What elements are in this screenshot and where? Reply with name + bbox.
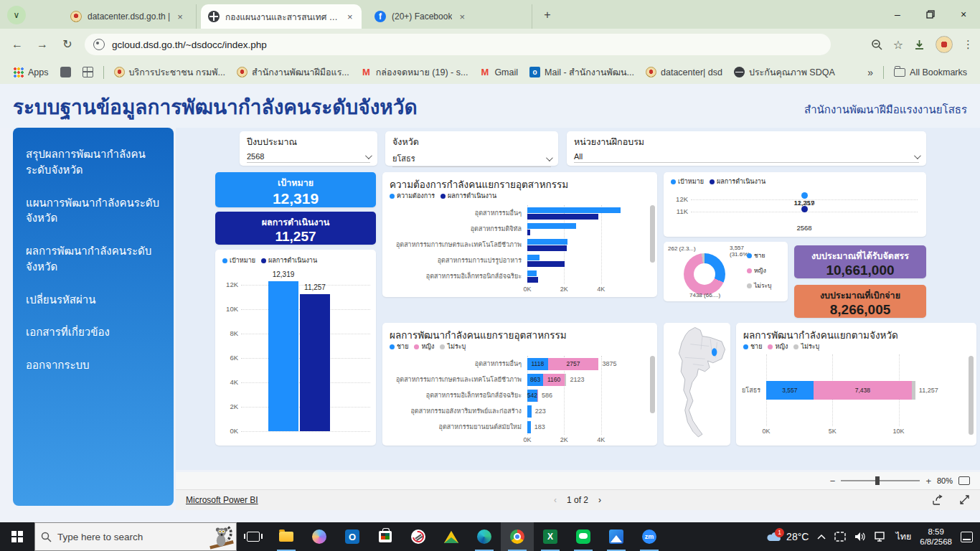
x-axis-tick: 2K bbox=[555, 286, 573, 293]
browser-menu-icon[interactable]: ⋮ bbox=[963, 38, 974, 51]
hrow: อุตสาหกรรมอสังหาริมทรัพย์และก่อสร้าง223 bbox=[390, 403, 648, 419]
zoom-minus-icon[interactable]: − bbox=[830, 476, 836, 486]
sidebar-item-5[interactable]: เอกสารที่เกี่ยวข้อง bbox=[13, 316, 174, 349]
y-axis-tick: 12K bbox=[668, 195, 688, 203]
y-axis-tick: 0K bbox=[218, 427, 238, 435]
bookmark-item[interactable]: datacenter| dsd bbox=[640, 67, 728, 77]
tab-close-icon[interactable]: × bbox=[177, 11, 183, 22]
snip-tool-button[interactable] bbox=[402, 522, 435, 551]
bookmark-item[interactable]: oMail - สำนักงานพัฒน... bbox=[524, 65, 640, 80]
province-dropdown[interactable]: ยโสธร bbox=[392, 152, 551, 167]
zoom-slider[interactable] bbox=[841, 480, 920, 481]
screen-clip-icon[interactable] bbox=[834, 532, 846, 542]
browser-tab-1[interactable]: datacenter.dsd.go.th | × bbox=[63, 4, 197, 29]
prev-page-icon[interactable]: ‹ bbox=[554, 495, 557, 505]
chrome-button-active[interactable] bbox=[501, 522, 534, 551]
bookmark-item[interactable]: MGmail bbox=[473, 67, 524, 77]
chart-legend: ชายหญิงไม่ระบุ bbox=[747, 250, 777, 296]
minimize-button[interactable]: – bbox=[881, 0, 914, 29]
sidebar-item-2[interactable]: แผนการพัฒนากำลังคนระดับจังหวัด bbox=[13, 187, 174, 235]
pbi-zoom-bar: − + 80% bbox=[176, 472, 980, 489]
kpi-budget-spent: งบประมาณที่เบิกจ่าย 8,266,005 bbox=[794, 285, 926, 318]
tray-expand-icon[interactable] bbox=[817, 534, 826, 540]
bookmark-item[interactable]: Apps bbox=[7, 67, 55, 77]
restore-button[interactable] bbox=[914, 0, 947, 29]
browser-tab-2-active[interactable]: กองแผนงานและสารสนเทศ กรมพัฒน... × bbox=[201, 4, 362, 29]
gmail-icon: M bbox=[479, 67, 490, 77]
edge-button[interactable] bbox=[468, 522, 501, 551]
zoom-slider-thumb[interactable] bbox=[875, 476, 880, 485]
chart-scrollbar[interactable] bbox=[650, 356, 655, 413]
task-view-button[interactable] bbox=[237, 522, 270, 551]
zoom-out-icon[interactable] bbox=[871, 39, 883, 51]
copilot-button[interactable] bbox=[303, 522, 336, 551]
outlook-button[interactable]: O bbox=[336, 522, 369, 551]
url-bar[interactable]: gcloud.dsd.go.th/~dsdocc/index.php bbox=[85, 34, 831, 55]
bar bbox=[300, 294, 330, 431]
divider bbox=[883, 66, 884, 79]
volume-icon[interactable] bbox=[854, 532, 866, 542]
language-indicator[interactable]: ไทย bbox=[895, 529, 911, 544]
training-unit-dropdown[interactable]: All bbox=[574, 152, 919, 163]
bookmark-item[interactable]: สำนักงานพัฒนาฝีมือแร... bbox=[231, 65, 355, 80]
chart-scrollbar[interactable] bbox=[969, 356, 974, 435]
powerbi-brand-link[interactable]: Microsoft Power BI bbox=[186, 495, 258, 505]
fit-to-page-icon[interactable] bbox=[958, 476, 970, 485]
close-window-button[interactable]: × bbox=[947, 0, 980, 29]
profile-avatar[interactable] bbox=[936, 36, 953, 53]
notification-center-icon[interactable] bbox=[961, 532, 973, 542]
bookmark-star-icon[interactable]: ☆ bbox=[893, 38, 903, 52]
tab-close-icon[interactable]: × bbox=[459, 11, 465, 22]
fullscreen-icon[interactable] bbox=[959, 494, 970, 505]
bookmark-item[interactable]: ประกันคุณภาพ SDQA bbox=[728, 65, 841, 80]
bookmark-item[interactable] bbox=[77, 67, 99, 77]
sidebar-item-6[interactable]: ออกจากระบบ bbox=[13, 349, 174, 382]
excel-button[interactable]: X bbox=[534, 522, 567, 551]
y-axis-tick: 11K bbox=[668, 207, 688, 215]
x-axis-tick: 4K bbox=[593, 436, 610, 443]
htrack: 183 bbox=[527, 419, 638, 435]
bookmark-item[interactable] bbox=[55, 67, 77, 77]
ms-store-button[interactable] bbox=[369, 522, 402, 551]
refresh-icon[interactable]: ↻ bbox=[57, 34, 77, 55]
start-button[interactable] bbox=[0, 522, 34, 551]
excel-icon: X bbox=[543, 529, 557, 544]
bookmark-label: Mail - สำนักงานพัฒน... bbox=[545, 65, 634, 80]
line-button[interactable] bbox=[567, 522, 600, 551]
download-icon[interactable] bbox=[913, 39, 925, 51]
back-icon[interactable]: ← bbox=[7, 34, 27, 55]
site-info-icon[interactable] bbox=[93, 39, 105, 50]
sidebar-item-3[interactable]: ผลการพัฒนากำลังคนระดับจังหวัด bbox=[13, 235, 174, 283]
chevron-down-icon bbox=[914, 152, 921, 159]
fiscal-year-dropdown[interactable]: 2568 bbox=[247, 152, 370, 163]
tab-search-chevron-icon[interactable]: ∨ bbox=[7, 6, 26, 24]
browser-tab-3[interactable]: f (20+) Facebook × bbox=[367, 4, 532, 29]
thailand-map[interactable] bbox=[664, 323, 730, 446]
network-icon[interactable] bbox=[875, 532, 887, 542]
tab-close-icon[interactable]: × bbox=[347, 11, 353, 22]
next-page-icon[interactable]: › bbox=[598, 495, 601, 505]
htrack: 111827573875 bbox=[527, 356, 638, 372]
zoom-app-button[interactable]: zm bbox=[633, 522, 666, 551]
stacked-segment bbox=[565, 374, 567, 386]
bookmark-item[interactable]: บริการประชาชน กรมพั... bbox=[108, 65, 232, 80]
zoom-plus-icon[interactable]: + bbox=[925, 476, 931, 486]
taskbar-search-box[interactable]: Type here to search bbox=[34, 522, 237, 551]
donut-ring bbox=[684, 253, 725, 295]
new-tab-button[interactable]: + bbox=[540, 7, 555, 23]
forward-icon[interactable]: → bbox=[32, 34, 52, 55]
map-highlight-yasothon bbox=[712, 348, 717, 356]
photos-button[interactable] bbox=[600, 522, 633, 551]
file-explorer-button[interactable] bbox=[270, 522, 303, 551]
all-bookmarks-button[interactable]: All Bookmarks bbox=[888, 67, 973, 77]
weather-widget[interactable]: 1 28°C bbox=[766, 531, 809, 542]
bookmark-item[interactable]: Mกล่องจดหมาย (19) - s... bbox=[355, 65, 474, 80]
sidebar-item-4[interactable]: เปลี่ยนรหัสผ่าน bbox=[13, 283, 174, 316]
sidebar-item-1[interactable]: สรุปผลการพัฒนากำลังคนระดับจังหวัด bbox=[13, 138, 174, 187]
share-icon[interactable] bbox=[932, 494, 943, 506]
bookmarks-overflow-icon[interactable]: » bbox=[862, 67, 879, 78]
taskbar-clock[interactable]: 8:59 6/8/2568 bbox=[920, 527, 952, 547]
google-drive-button[interactable] bbox=[435, 522, 468, 551]
date: 6/8/2568 bbox=[920, 537, 952, 546]
chart-scrollbar[interactable] bbox=[650, 205, 655, 263]
